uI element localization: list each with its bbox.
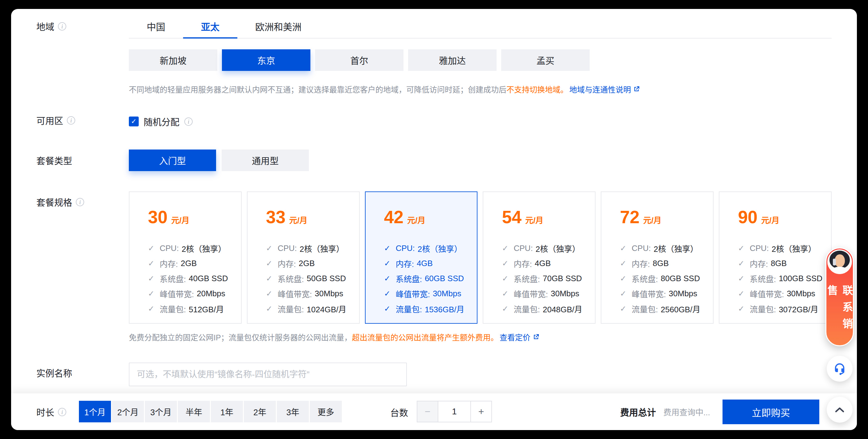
purchase-panel: 地域 i 中国 亚太 欧洲和美洲 新加坡 东京 首尔 雅加达 孟买 不同地域的轻… — [11, 9, 857, 430]
spec-item: ✓CPU:2核（独享） — [384, 241, 477, 256]
spec-item: ✓CPU:2核（独享） — [738, 241, 831, 256]
plan-price-unit: 元/月 — [407, 214, 425, 225]
check-icon: ✓ — [148, 244, 160, 253]
external-link-icon — [633, 85, 640, 93]
info-icon[interactable]: i — [58, 408, 66, 416]
random-assign-label: 随机分配 — [144, 115, 179, 128]
plan-specs: ✓CPU:2核（独享） ✓内存:2GB ✓系统盘:50GB SSD ✓峰值带宽:… — [266, 241, 359, 316]
spec-item: ✓内存:2GB — [148, 256, 241, 271]
plans-label-row: 套餐规格 i — [36, 196, 84, 208]
quantity-plus-button[interactable]: + — [471, 401, 492, 422]
plan-price: 42 元/月 — [384, 207, 477, 227]
region-note-warning: 不支持切换地域。 — [506, 84, 568, 95]
info-icon[interactable]: i — [58, 22, 66, 31]
plan-card-33[interactable]: 33 元/月 ✓CPU:2核（独享） ✓内存:2GB ✓系统盘:50GB SSD… — [247, 191, 360, 324]
package-type-general[interactable]: 通用型 — [222, 150, 309, 171]
tab-asia-pacific[interactable]: 亚太 — [183, 14, 237, 38]
plan-card-42-selected[interactable]: 42 元/月 ✓CPU:2核（独享） ✓内存:4GB ✓系统盘:60GB SSD… — [365, 191, 478, 324]
buy-now-button[interactable]: 立即购买 — [722, 400, 819, 424]
region-note: 不同地域的轻量应用服务器之间默认内网不互通；建议选择最靠近您客户的地域，可降低访… — [129, 84, 640, 95]
customer-service-button[interactable] — [827, 356, 852, 382]
city-jakarta[interactable]: 雅加达 — [408, 49, 497, 71]
sales-agent-avatar — [827, 249, 852, 274]
info-icon[interactable]: i — [67, 116, 75, 125]
spec-item: ✓系统盘:60GB SSD — [384, 271, 477, 286]
check-icon: ✓ — [266, 259, 278, 268]
quantity-minus-button[interactable]: − — [417, 401, 438, 422]
plan-price-number: 42 — [384, 207, 403, 227]
city-singapore[interactable]: 新加坡 — [129, 49, 217, 71]
duration-1year[interactable]: 1年 — [211, 401, 243, 422]
check-icon: ✓ — [620, 244, 631, 253]
duration-1month[interactable]: 1个月 — [79, 401, 111, 422]
random-assign-checkbox[interactable]: ✓ — [129, 117, 139, 126]
plan-card-90[interactable]: 90 元/月 ✓CPU:2核（独享） ✓内存:8GB ✓系统盘:100GB SS… — [719, 191, 832, 324]
region-connectivity-link[interactable]: 地域与连通性说明 — [569, 84, 640, 95]
chevron-up-icon — [834, 406, 845, 413]
region-connectivity-link-text: 地域与连通性说明 — [569, 84, 631, 95]
check-icon: ✓ — [620, 304, 631, 313]
check-icon: ✓ — [148, 274, 160, 283]
duration-3months[interactable]: 3个月 — [145, 401, 177, 422]
duration-2months[interactable]: 2个月 — [112, 401, 144, 422]
spec-item: ✓峰值带宽:30Mbps — [502, 286, 595, 301]
spec-item: ✓流量包:3072GB/月 — [738, 301, 831, 316]
spec-item: ✓内存:8GB — [738, 256, 831, 271]
instance-name-input[interactable] — [129, 363, 407, 386]
plans-label: 套餐规格 — [36, 195, 72, 209]
contact-sales-widget[interactable]: 联系销售 — [826, 248, 854, 346]
total-cost-status: 费用查询中... — [663, 406, 710, 417]
avatar-face — [835, 254, 845, 267]
duration-2years[interactable]: 2年 — [244, 401, 276, 422]
plan-specs: ✓CPU:2核（独享） ✓内存:4GB ✓系统盘:70GB SSD ✓峰值带宽:… — [502, 241, 595, 316]
pricing-link-text: 查看定价 — [500, 332, 530, 343]
plan-card-30[interactable]: 30 元/月 ✓CPU:2核（独享） ✓内存:2GB ✓系统盘:40GB SSD… — [129, 191, 242, 324]
check-icon: ✓ — [148, 259, 160, 268]
spec-item: ✓内存:2GB — [266, 256, 359, 271]
zone-row: ✓ 随机分配 i — [129, 115, 193, 128]
plan-price: 30 元/月 — [148, 207, 241, 227]
check-icon: ✓ — [266, 274, 278, 283]
plan-price: 90 元/月 — [738, 207, 831, 227]
tab-china[interactable]: 中国 — [129, 14, 183, 38]
tab-europe-americas[interactable]: 欧洲和美洲 — [237, 14, 319, 38]
plan-card-54[interactable]: 54 元/月 ✓CPU:2核（独享） ✓内存:4GB ✓系统盘:70GB SSD… — [483, 191, 595, 324]
package-type-label: 套餐类型 — [36, 154, 72, 167]
city-tokyo[interactable]: 东京 — [222, 49, 310, 71]
duration-half-year[interactable]: 半年 — [178, 401, 210, 422]
duration-more[interactable]: 更多 — [310, 401, 342, 422]
quantity-input[interactable] — [438, 401, 471, 422]
check-icon: ✓ — [502, 304, 514, 313]
check-icon: ✓ — [266, 244, 278, 253]
check-icon: ✓ — [620, 259, 631, 268]
plan-card-72[interactable]: 72 元/月 ✓CPU:2核（独享） ✓内存:8GB ✓系统盘:80GB SSD… — [601, 191, 714, 324]
zone-label: 可用区 — [36, 114, 63, 127]
spec-item: ✓内存:8GB — [620, 256, 713, 271]
package-type-entry[interactable]: 入门型 — [129, 150, 216, 171]
spec-item: ✓内存:4GB — [502, 256, 595, 271]
spec-item: ✓CPU:2核（独享） — [266, 241, 359, 256]
plan-card-list: 30 元/月 ✓CPU:2核（独享） ✓内存:2GB ✓系统盘:40GB SSD… — [129, 191, 832, 324]
spec-item: ✓流量包:2048GB/月 — [502, 301, 595, 316]
avatar-headset — [833, 259, 836, 265]
info-icon[interactable]: i — [76, 198, 84, 206]
city-mumbai[interactable]: 孟买 — [501, 49, 590, 71]
spec-item: ✓系统盘:80GB SSD — [620, 271, 713, 286]
plans-note-text: 免费分配独立的固定公网IP；流量包仅统计服务器的公网出流量， — [129, 332, 352, 343]
instance-name-label-row: 实例名称 — [36, 367, 72, 379]
plan-price: 72 元/月 — [620, 207, 713, 227]
plan-price-unit: 元/月 — [171, 214, 189, 225]
check-icon: ✓ — [384, 289, 396, 298]
check-icon: ✓ — [266, 304, 278, 313]
pricing-link[interactable]: 查看定价 — [500, 332, 540, 343]
scroll-to-top-button[interactable] — [827, 397, 852, 423]
city-seoul[interactable]: 首尔 — [315, 49, 403, 71]
plan-price-unit: 元/月 — [289, 214, 307, 225]
plan-price-number: 90 — [738, 207, 757, 227]
external-link-icon — [532, 333, 540, 341]
duration-3years[interactable]: 3年 — [277, 401, 309, 422]
info-icon[interactable]: i — [184, 118, 193, 126]
spec-item: ✓系统盘:70GB SSD — [502, 271, 595, 286]
instance-name-label: 实例名称 — [36, 366, 72, 379]
check-icon: ✓ — [738, 274, 750, 283]
